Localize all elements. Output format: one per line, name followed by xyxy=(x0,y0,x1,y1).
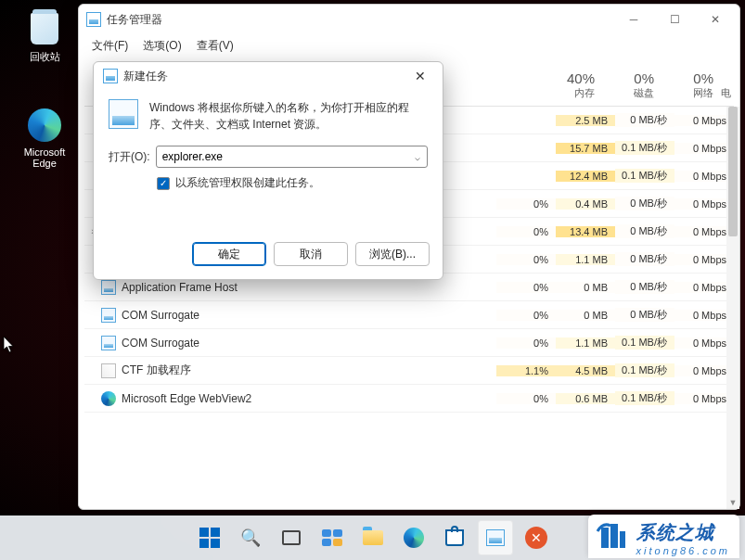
controlled-badge[interactable]: ✕ xyxy=(519,520,554,555)
task-manager-icon xyxy=(486,529,505,546)
cell-network: 0 Mbps xyxy=(674,282,734,293)
cell-cpu: 0% xyxy=(496,226,556,237)
cell-disk: 0.1 MB/秒 xyxy=(615,391,674,405)
vertical-scrollbar[interactable]: ▲ ▼ xyxy=(726,107,739,509)
column-extra[interactable]: 电 xyxy=(721,62,734,106)
process-name: Application Frame Host xyxy=(122,281,496,294)
dialog-titlebar[interactable]: 新建任务 ✕ xyxy=(94,62,443,90)
cell-memory: 0.6 MB xyxy=(556,393,615,404)
dialog-close-button[interactable]: ✕ xyxy=(404,64,437,88)
cell-disk: 0.1 MB/秒 xyxy=(615,363,674,377)
cell-memory: 0 MB xyxy=(556,310,615,321)
cell-memory: 12.4 MB xyxy=(556,171,615,182)
taskbar-search-button[interactable]: 🔍 xyxy=(233,520,268,555)
cursor-icon xyxy=(3,336,16,354)
menu-view[interactable]: 查看(V) xyxy=(191,36,239,56)
table-row[interactable]: Microsoft Edge WebView20%0.6 MB0.1 MB/秒0… xyxy=(84,385,734,413)
cell-network: 0 Mbps xyxy=(674,254,734,265)
cell-disk: 0 MB/秒 xyxy=(615,197,674,210)
table-row[interactable]: COM Surrogate0%0 MB0 MB/秒0 Mbps xyxy=(84,301,734,329)
store-icon xyxy=(445,529,464,546)
edge-button[interactable] xyxy=(396,520,431,555)
desktop-icon-recycle-bin[interactable]: 回收站 xyxy=(17,11,72,64)
maximize-button[interactable]: ☐ xyxy=(654,6,695,33)
cell-cpu: 0% xyxy=(496,393,556,404)
cell-memory: 2.5 MB xyxy=(556,115,615,126)
cell-network: 0 Mbps xyxy=(674,226,734,237)
process-icon xyxy=(101,336,116,350)
admin-checkbox[interactable]: ✓ xyxy=(157,177,170,190)
cell-cpu: 0% xyxy=(496,254,556,265)
column-memory[interactable]: 40% 内存 xyxy=(543,62,602,106)
task-view-icon xyxy=(282,530,301,545)
cell-memory: 1.1 MB xyxy=(556,337,615,349)
process-name: COM Surrogate xyxy=(122,309,496,322)
task-manager-button[interactable] xyxy=(478,520,513,555)
browse-button[interactable]: 浏览(B)... xyxy=(355,242,430,266)
edge-icon xyxy=(28,108,61,142)
process-name: CTF 加载程序 xyxy=(122,363,496,378)
cell-disk: 0 MB/秒 xyxy=(615,113,674,127)
cell-network: 0 Mbps xyxy=(674,365,734,376)
watermark-en: xitong86.com xyxy=(636,545,730,556)
cell-cpu: 1.1% xyxy=(496,365,556,376)
minimize-button[interactable]: ─ xyxy=(613,6,654,33)
cell-disk: 0 MB/秒 xyxy=(615,280,674,294)
watermark-cn: 系统之城 xyxy=(636,520,730,545)
cell-cpu: 0% xyxy=(496,337,556,349)
cell-network: 0 Mbps xyxy=(674,393,734,404)
ok-button[interactable]: 确定 xyxy=(192,242,266,266)
file-explorer-button[interactable] xyxy=(355,520,391,555)
menu-options[interactable]: 选项(O) xyxy=(137,36,186,56)
cell-cpu: 0% xyxy=(496,282,556,293)
cell-memory: 4.5 MB xyxy=(556,365,615,376)
cell-memory: 0 MB xyxy=(556,282,615,293)
edge-label: Microsoft Edge xyxy=(17,146,72,169)
start-button[interactable] xyxy=(192,520,227,555)
desktop-icon-edge[interactable]: Microsoft Edge xyxy=(17,108,72,169)
task-manager-menubar: 文件(F) 选项(O) 查看(V) xyxy=(79,34,739,57)
process-icon xyxy=(101,280,116,295)
cell-disk: 0 MB/秒 xyxy=(615,252,674,266)
open-input[interactable] xyxy=(157,150,408,163)
cancel-button[interactable]: 取消 xyxy=(274,242,348,266)
close-button[interactable]: ✕ xyxy=(695,6,736,33)
scroll-thumb[interactable] xyxy=(728,107,738,236)
x-badge-icon: ✕ xyxy=(525,527,547,549)
open-combobox[interactable]: ⌵ xyxy=(156,146,428,168)
watermark-icon xyxy=(596,520,629,554)
recycle-bin-icon xyxy=(31,13,58,45)
table-row[interactable]: CTF 加载程序1.1%4.5 MB0.1 MB/秒0 Mbps xyxy=(84,357,734,385)
dialog-description: Windows 将根据你所键入的名称，为你打开相应的程序、文件夹、文档或 Int… xyxy=(149,99,428,133)
edge-icon xyxy=(404,528,424,548)
column-network[interactable]: 0% 网络 xyxy=(662,62,721,106)
cell-network: 0 Mbps xyxy=(674,171,734,182)
recycle-bin-label: 回收站 xyxy=(17,50,72,64)
cell-memory: 15.7 MB xyxy=(556,143,615,154)
task-manager-titlebar[interactable]: 任务管理器 ─ ☐ ✕ xyxy=(79,5,739,34)
widgets-icon xyxy=(322,529,342,546)
widgets-button[interactable] xyxy=(315,520,350,555)
cell-network: 0 Mbps xyxy=(674,143,734,154)
new-task-dialog: 新建任务 ✕ Windows 将根据你所键入的名称，为你打开相应的程序、文件夹、… xyxy=(93,61,443,280)
run-big-icon xyxy=(109,99,138,129)
chevron-down-icon[interactable]: ⌵ xyxy=(408,152,427,162)
cell-disk: 0 MB/秒 xyxy=(615,224,674,238)
cell-disk: 0 MB/秒 xyxy=(615,308,674,322)
run-icon xyxy=(103,69,118,83)
cell-cpu: 0% xyxy=(496,310,556,321)
search-icon: 🔍 xyxy=(240,528,261,548)
cell-memory: 1.1 MB xyxy=(556,254,615,265)
table-row[interactable]: COM Surrogate0%1.1 MB0.1 MB/秒0 Mbps xyxy=(84,329,734,357)
menu-file[interactable]: 文件(F) xyxy=(86,36,134,56)
process-icon xyxy=(101,391,116,406)
scroll-down-icon[interactable]: ▼ xyxy=(726,496,739,509)
store-button[interactable] xyxy=(437,520,472,555)
cell-network: 0 Mbps xyxy=(674,337,734,349)
cell-network: 0 Mbps xyxy=(674,115,734,126)
task-manager-title: 任务管理器 xyxy=(107,12,613,28)
column-disk[interactable]: 0% 磁盘 xyxy=(602,62,662,106)
open-label: 打开(O): xyxy=(109,149,150,165)
dialog-title: 新建任务 xyxy=(123,69,404,84)
task-view-button[interactable] xyxy=(274,520,309,555)
